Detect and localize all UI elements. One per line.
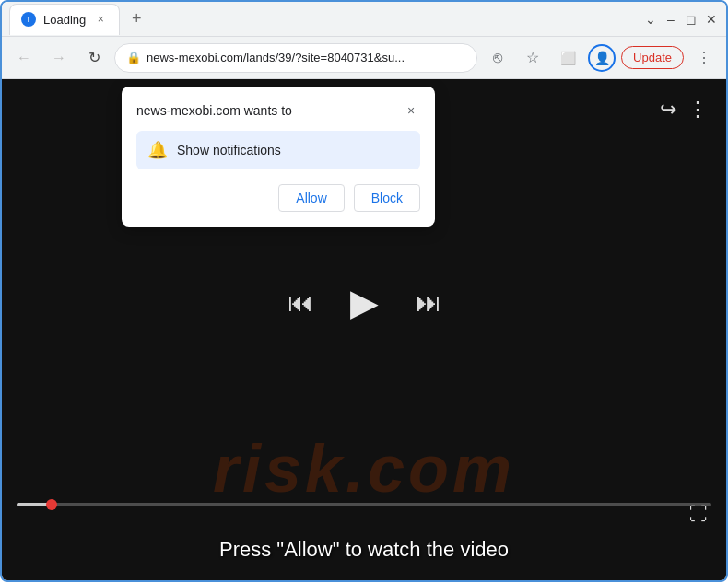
lock-icon: 🔒	[126, 51, 141, 64]
notification-popup: news-mexobi.com wants to × 🔔 Show notifi…	[122, 87, 435, 227]
split-view-button[interactable]: ⬜	[553, 43, 582, 73]
tab-bar: T Loading × +	[9, 4, 636, 35]
video-more-icon[interactable]: ⋮	[687, 98, 708, 122]
notification-label: Show notifications	[177, 143, 281, 157]
playback-controls: ⏮ ▶ ⏭	[288, 281, 441, 323]
browser-window: T Loading × + ⌄ – ◻ ✕ ← → ↻ 🔒	[0, 0, 728, 582]
more-options-button[interactable]: ⋮	[689, 43, 719, 73]
tab-title: Loading	[43, 13, 86, 27]
chevron-down-icon[interactable]: ⌄	[643, 12, 658, 27]
tab-favicon: T	[21, 12, 36, 27]
play-button[interactable]: ▶	[350, 281, 379, 323]
progress-dot	[46, 499, 57, 510]
block-button[interactable]: Block	[354, 184, 420, 212]
video-caption: Press "Allow" to watch the video	[219, 538, 509, 562]
url-text: news-mexobi.com/lands/39/?site=8040731&s…	[147, 51, 465, 64]
address-bar[interactable]: 🔒 news-mexobi.com/lands/39/?site=8040731…	[114, 43, 477, 73]
allow-button[interactable]: Allow	[278, 184, 344, 212]
tab-close-button[interactable]: ×	[93, 12, 108, 27]
restore-button[interactable]: ◻	[684, 12, 699, 27]
toolbar: ← → ↻ 🔒 news-mexobi.com/lands/39/?site=8…	[2, 37, 726, 79]
profile-icon: 👤	[594, 51, 610, 65]
fullscreen-button[interactable]: ⛶	[689, 504, 708, 525]
close-button[interactable]: ✕	[704, 12, 719, 27]
notification-row: 🔔 Show notifications	[136, 131, 420, 169]
reload-button[interactable]: ↻	[79, 43, 109, 73]
profile-button[interactable]: 👤	[588, 44, 616, 72]
active-tab[interactable]: T Loading ×	[9, 4, 120, 35]
bell-icon: 🔔	[147, 140, 168, 160]
watermark: risk.com	[213, 431, 515, 506]
video-top-controls: ↪ ⋮	[660, 98, 708, 122]
progress-bar-background	[17, 503, 711, 506]
page-content: risk.com ↪ ⋮ ⏮ ▶ ⏭ ⛶ Press	[2, 79, 726, 580]
bookmark-button[interactable]: ☆	[518, 43, 547, 73]
popup-header: news-mexobi.com wants to ×	[136, 101, 420, 120]
minimize-button[interactable]: –	[663, 12, 678, 27]
back-button[interactable]: ←	[9, 43, 39, 73]
popup-close-button[interactable]: ×	[402, 101, 420, 120]
title-bar: T Loading × + ⌄ – ◻ ✕	[2, 2, 726, 37]
share-icon-button[interactable]: ⎋	[483, 43, 512, 73]
update-button[interactable]: Update	[621, 46, 684, 69]
popup-title: news-mexobi.com wants to	[136, 103, 292, 118]
previous-button[interactable]: ⏮	[288, 287, 313, 318]
window-controls: ⌄ – ◻ ✕	[643, 12, 719, 27]
video-share-icon[interactable]: ↪	[660, 98, 676, 122]
progress-bar-container[interactable]	[2, 503, 726, 506]
next-button[interactable]: ⏭	[416, 287, 441, 318]
popup-actions: Allow Block	[136, 184, 420, 212]
forward-button[interactable]: →	[44, 43, 74, 73]
new-tab-button[interactable]: +	[123, 6, 149, 32]
